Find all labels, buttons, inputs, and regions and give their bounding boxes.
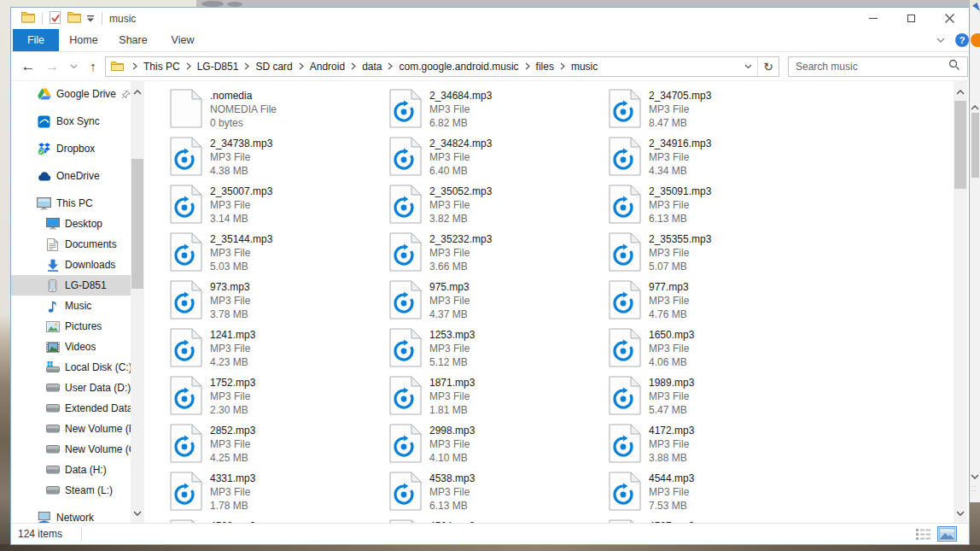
file-tile-1752-mp3[interactable]: 1752.mp3MP3 File2.30 MB xyxy=(170,376,389,424)
breadcrumb-item-data[interactable]: data xyxy=(360,61,383,73)
file-tile-977-mp3[interactable]: 977.mp3MP3 File4.76 MB xyxy=(609,280,828,328)
file-size: 5.03 MB xyxy=(210,260,272,273)
sidebar-item-google-drive[interactable]: Google Drive xyxy=(11,84,131,104)
recent-locations-chevron-icon[interactable] xyxy=(64,64,83,69)
sidebar-item-box-sync[interactable]: Box Sync xyxy=(11,111,131,132)
breadcrumb-chevron-icon[interactable] xyxy=(244,62,249,70)
file-tile-4567-mp3[interactable]: 4567.mp3 xyxy=(609,519,828,523)
file-tile-1241-mp3[interactable]: 1241.mp3MP3 File4.23 MB xyxy=(170,328,389,376)
sidebar-item-lg-d851[interactable]: LG-D851 xyxy=(11,275,131,296)
file-tile-975-mp3[interactable]: 975.mp3MP3 File4.37 MB xyxy=(389,280,609,328)
file-tile-2-34824-mp3[interactable]: 2_34824.mp3MP3 File6.40 MB xyxy=(389,137,609,185)
breadcrumb-chevron-icon[interactable] xyxy=(186,62,191,70)
sidebar-item-this-pc[interactable]: This PC xyxy=(11,193,131,214)
file-tile-4562-mp3[interactable]: 4562.mp3 xyxy=(170,519,389,523)
breadcrumb-chevron-icon[interactable] xyxy=(299,62,304,70)
expand-ribbon-chevron-icon[interactable] xyxy=(936,38,945,43)
file-tile-2-35355-mp3[interactable]: 2_35355.mp3MP3 File5.07 MB xyxy=(609,232,828,280)
search-input[interactable]: Search music xyxy=(788,56,968,77)
file-tile-2852-mp3[interactable]: 2852.mp3MP3 File4.25 MB xyxy=(170,424,389,472)
sidebar-item-network[interactable]: Network xyxy=(11,507,131,523)
file-tile-2-34684-mp3[interactable]: 2_34684.mp3MP3 File6.82 MB xyxy=(389,89,609,137)
file-tile-2998-mp3[interactable]: 2998.mp3MP3 File4.10 MB xyxy=(389,424,609,472)
tab-share[interactable]: Share xyxy=(108,29,158,51)
tab-home[interactable]: Home xyxy=(59,29,108,51)
properties-check-icon[interactable] xyxy=(50,11,61,26)
address-bar[interactable]: This PCLG-D851SD cardAndroiddatacom.goog… xyxy=(105,56,779,77)
breadcrumb-item-sd-card[interactable]: SD card xyxy=(254,61,294,73)
sidebar-item-steam-l[interactable]: Steam (L:) xyxy=(11,480,131,501)
file-tile-2-34705-mp3[interactable]: 2_34705.mp3MP3 File8.47 MB xyxy=(609,89,828,137)
breadcrumb-chevron-icon[interactable] xyxy=(560,62,565,70)
scrollbar-thumb[interactable] xyxy=(954,101,966,189)
breadcrumb-chevron-icon[interactable] xyxy=(388,62,393,70)
breadcrumb-item-files[interactable]: files xyxy=(534,61,556,73)
file-tile-4172-mp3[interactable]: 4172.mp3MP3 File3.88 MB xyxy=(609,424,828,472)
file-tile-nomedia[interactable]: .nomediaNOMEDIA File0 bytes xyxy=(170,89,389,137)
file-tile-2-35052-mp3[interactable]: 2_35052.mp3MP3 File3.82 MB xyxy=(389,185,609,232)
address-dropdown-chevron-icon[interactable] xyxy=(738,57,757,76)
file-type: MP3 File xyxy=(429,150,492,164)
file-tile-2-35091-mp3[interactable]: 2_35091.mp3MP3 File6.13 MB xyxy=(609,185,828,232)
disk-icon xyxy=(45,384,60,392)
breadcrumb-item-music[interactable]: music xyxy=(569,61,599,73)
new-folder-icon[interactable] xyxy=(67,11,81,26)
file-tile-2-35144-mp3[interactable]: 2_35144.mp3MP3 File5.03 MB xyxy=(170,232,389,280)
breadcrumb-chevron-icon[interactable] xyxy=(525,62,530,70)
breadcrumb-item-com-google-android-music[interactable]: com.google.android.music xyxy=(397,61,520,73)
breadcrumb-item-android[interactable]: Android xyxy=(308,61,347,73)
file-tile-2-35007-mp3[interactable]: 2_35007.mp3MP3 File3.14 MB xyxy=(170,185,389,232)
file-tile-4538-mp3[interactable]: 4538.mp3MP3 File6.13 MB xyxy=(389,472,609,519)
navigation-scrollbar[interactable] xyxy=(131,81,144,523)
maximize-button[interactable] xyxy=(892,8,930,29)
forward-button[interactable]: → xyxy=(40,58,64,75)
scrollbar-thumb[interactable] xyxy=(131,159,143,289)
sidebar-item-music[interactable]: Music xyxy=(11,296,131,316)
file-tile-973-mp3[interactable]: 973.mp3MP3 File3.78 MB xyxy=(170,280,389,328)
sidebar-item-pictures[interactable]: Pictures xyxy=(11,316,131,337)
breadcrumb-chevron-icon[interactable] xyxy=(351,62,356,70)
sidebar-item-onedrive[interactable]: OneDrive xyxy=(11,166,131,186)
sidebar-item-extended-data-e[interactable]: Extended Data (E:) xyxy=(11,398,131,419)
file-tile-4331-mp3[interactable]: 4331.mp3MP3 File1.78 MB xyxy=(170,472,389,519)
file-tile-2-34738-mp3[interactable]: 2_34738.mp3MP3 File4.38 MB xyxy=(170,137,389,185)
file-tile-4564-mp3[interactable]: 4564.mp3 xyxy=(389,519,609,523)
up-button[interactable]: ↑ xyxy=(83,59,103,73)
sidebar-item-user-data-d[interactable]: User Data (D:) xyxy=(11,378,131,398)
sidebar-item-new-volume-g[interactable]: New Volume (G:) xyxy=(11,439,131,460)
sidebar-item-documents[interactable]: Documents xyxy=(11,234,131,255)
file-tile-2-35232-mp3[interactable]: 2_35232.mp3MP3 File3.66 MB xyxy=(389,232,609,280)
scroll-down-icon[interactable] xyxy=(133,507,142,519)
breadcrumb-item-this-pc[interactable]: This PC xyxy=(142,61,182,73)
sidebar-item-new-volume-f[interactable]: New Volume (F:) xyxy=(11,419,131,439)
refresh-icon[interactable]: ↻ xyxy=(758,57,779,76)
files-scrollbar[interactable] xyxy=(954,81,967,523)
sidebar-item-videos[interactable]: Videos xyxy=(11,337,131,357)
sidebar-item-dropbox[interactable]: Dropbox xyxy=(11,138,131,159)
close-button[interactable] xyxy=(930,8,969,29)
file-tile-1253-mp3[interactable]: 1253.mp3MP3 File5.12 MB xyxy=(389,328,609,376)
minimize-button[interactable] xyxy=(854,8,892,29)
box-sync-icon xyxy=(37,115,51,128)
sidebar-item-downloads[interactable]: Downloads xyxy=(11,255,131,275)
file-size: 2.30 MB xyxy=(210,403,255,417)
file-tile-2-34916-mp3[interactable]: 2_34916.mp3MP3 File4.34 MB xyxy=(609,137,828,185)
sidebar-item-data-h[interactable]: Data (H:) xyxy=(11,460,131,480)
back-button[interactable]: ← xyxy=(16,58,40,75)
tab-file[interactable]: File xyxy=(13,29,59,51)
file-tile-4544-mp3[interactable]: 4544.mp3MP3 File7.53 MB xyxy=(609,472,828,519)
scroll-up-icon[interactable] xyxy=(956,85,965,97)
details-view-button[interactable] xyxy=(916,529,930,540)
breadcrumb-item-lg-d851[interactable]: LG-D851 xyxy=(195,61,241,73)
tab-view[interactable]: View xyxy=(158,29,207,51)
file-tile-1871-mp3[interactable]: 1871.mp3MP3 File1.81 MB xyxy=(389,376,609,424)
sidebar-item-local-disk-c[interactable]: Local Disk (C:) xyxy=(11,357,131,378)
help-button[interactable]: ? xyxy=(955,33,969,47)
file-tile-1989-mp3[interactable]: 1989.mp3MP3 File5.47 MB xyxy=(609,376,828,424)
customize-qat-dropdown-icon[interactable] xyxy=(86,13,95,25)
file-tile-1650-mp3[interactable]: 1650.mp3MP3 File4.06 MB xyxy=(609,328,828,376)
scroll-up-icon[interactable] xyxy=(133,85,142,97)
thumbnail-view-button[interactable] xyxy=(937,526,957,542)
scroll-down-icon[interactable] xyxy=(956,507,965,519)
sidebar-item-desktop[interactable]: Desktop xyxy=(11,214,131,234)
